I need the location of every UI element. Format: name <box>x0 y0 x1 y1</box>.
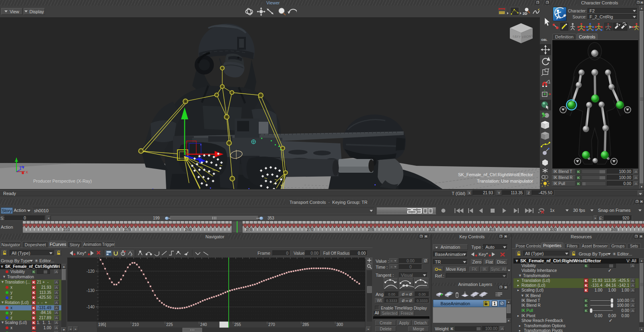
svg-text:2D: 2D <box>523 12 527 16</box>
svg-text:225: 225 <box>124 227 131 232</box>
svg-text:345: 345 <box>611 227 618 232</box>
svg-text:GBL: GBL <box>541 38 547 42</box>
svg-text:210: 210 <box>63 227 70 232</box>
svg-text:255: 255 <box>234 322 241 327</box>
svg-text:Key*: Key* <box>479 252 488 257</box>
svg-text:300: 300 <box>336 322 343 327</box>
svg-text:2: 2 <box>131 254 132 256</box>
svg-text:270: 270 <box>268 322 275 327</box>
svg-text:-130: -130 <box>87 288 95 293</box>
svg-text:-120: -120 <box>87 269 95 274</box>
svg-text:240: 240 <box>200 322 207 327</box>
svg-text:Translation: Use manipulator: Translation: Use manipulator <box>477 179 533 183</box>
svg-text:195]: 195] <box>98 322 106 327</box>
svg-text:Producer Perspective (X-Ray): Producer Perspective (X-Ray) <box>33 179 92 183</box>
svg-text:285: 285 <box>368 227 374 232</box>
svg-text:225: 225 <box>166 322 173 327</box>
svg-text:300: 300 <box>429 227 435 232</box>
svg-text:240: 240 <box>185 227 192 232</box>
svg-text:Key*: Key* <box>77 251 87 256</box>
svg-text:-140: -140 <box>87 305 95 309</box>
svg-text:210: 210 <box>132 322 139 327</box>
svg-text:315: 315 <box>489 227 496 232</box>
svg-text:330: 330 <box>550 227 557 232</box>
svg-text:255: 255 <box>246 227 253 232</box>
svg-text:285: 285 <box>302 322 309 327</box>
svg-text:X: X <box>26 170 28 174</box>
svg-text:SK_Female_nf_Ctrl:RightWristEf: SK_Female_nf_Ctrl:RightWristEffector <box>458 172 533 177</box>
svg-text:270: 270 <box>307 227 314 232</box>
